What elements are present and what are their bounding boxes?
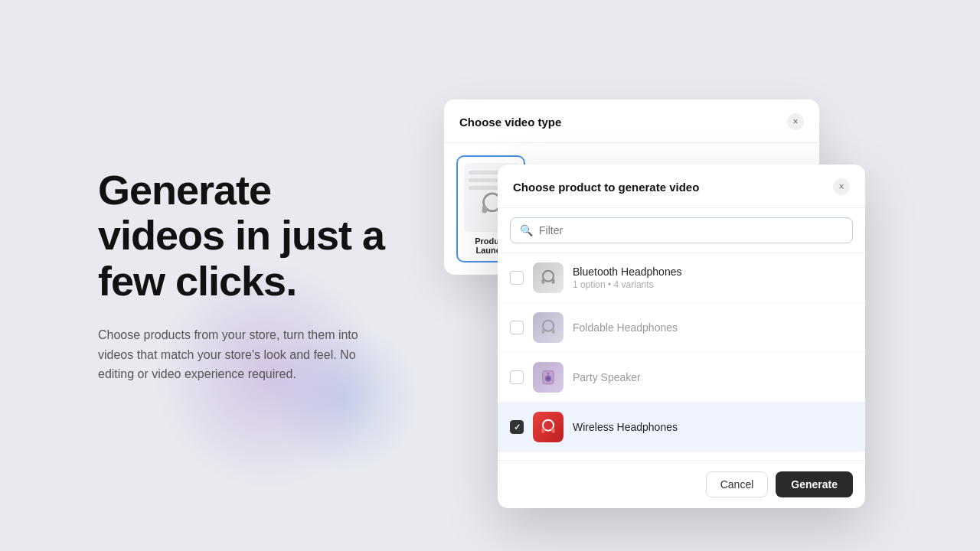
thumbnail-foldable: [533, 312, 564, 343]
search-icon: 🔍: [520, 224, 533, 236]
product-meta-bluetooth: 1 option • 4 variants: [573, 279, 853, 290]
product-info-bluetooth: Bluetooth Headphones 1 option • 4 varian…: [573, 266, 853, 290]
product-item-bluetooth[interactable]: Bluetooth Headphones 1 option • 4 varian…: [498, 253, 865, 303]
svg-rect-7: [541, 329, 544, 334]
svg-rect-1: [482, 206, 487, 214]
modal-fg-footer: Cancel Generate: [498, 460, 865, 508]
svg-point-12: [547, 373, 550, 375]
svg-rect-8: [552, 329, 555, 334]
modal-fg-close-button[interactable]: ×: [833, 178, 850, 195]
product-info-foldable: Foldable Headphones: [573, 321, 853, 334]
checkbox-bluetooth[interactable]: [510, 271, 524, 285]
checkbox-wireless[interactable]: [510, 420, 524, 434]
modal-fg-title: Choose product to generate video: [513, 181, 699, 194]
svg-point-11: [547, 377, 550, 380]
generate-button[interactable]: Generate: [776, 471, 853, 497]
thumbnail-wireless: [533, 412, 564, 442]
modal-fg-header: Choose product to generate video ×: [498, 165, 865, 208]
checkbox-speaker[interactable]: [510, 370, 524, 384]
right-panel: Choose video type × Product Launch: [406, 0, 980, 551]
product-info-wireless: Wireless Headphones: [573, 421, 853, 433]
product-name-bluetooth: Bluetooth Headphones: [573, 266, 853, 278]
product-item-wireless[interactable]: Wireless Headphones: [498, 403, 865, 452]
checkbox-foldable[interactable]: [510, 321, 524, 334]
thumbnail-bluetooth: [533, 262, 564, 293]
product-list: Bluetooth Headphones 1 option • 4 varian…: [498, 253, 865, 460]
product-name-speaker: Party Speaker: [573, 371, 853, 383]
search-wrapper: 🔍: [498, 208, 865, 253]
product-name-foldable: Foldable Headphones: [573, 321, 853, 334]
product-name-wireless: Wireless Headphones: [573, 421, 853, 433]
product-info-speaker: Party Speaker: [573, 371, 853, 383]
modal-bg-header: Choose video type ×: [444, 99, 819, 143]
choose-product-modal: Choose product to generate video × 🔍: [498, 165, 865, 508]
modal-bg-close-button[interactable]: ×: [787, 113, 804, 130]
modal-bg-title: Choose video type: [459, 116, 561, 129]
thumbnail-speaker: [533, 362, 564, 393]
svg-rect-4: [541, 279, 544, 284]
subtext: Choose products from your store, turn th…: [98, 325, 389, 384]
product-item-foldable[interactable]: Foldable Headphones: [498, 303, 865, 353]
svg-rect-14: [541, 429, 544, 433]
search-container: 🔍: [510, 217, 853, 243]
search-input[interactable]: [539, 224, 843, 236]
headline: Generate videos in just a few clicks.: [98, 168, 389, 304]
svg-rect-15: [552, 429, 555, 433]
left-panel: Generate videos in just a few clicks. Ch…: [98, 168, 389, 384]
svg-rect-5: [552, 279, 555, 284]
cancel-button[interactable]: Cancel: [706, 471, 769, 497]
product-item-speaker[interactable]: Party Speaker: [498, 353, 865, 403]
product-item-bass[interactable]: Super Bass Portable speakers: [498, 452, 865, 460]
